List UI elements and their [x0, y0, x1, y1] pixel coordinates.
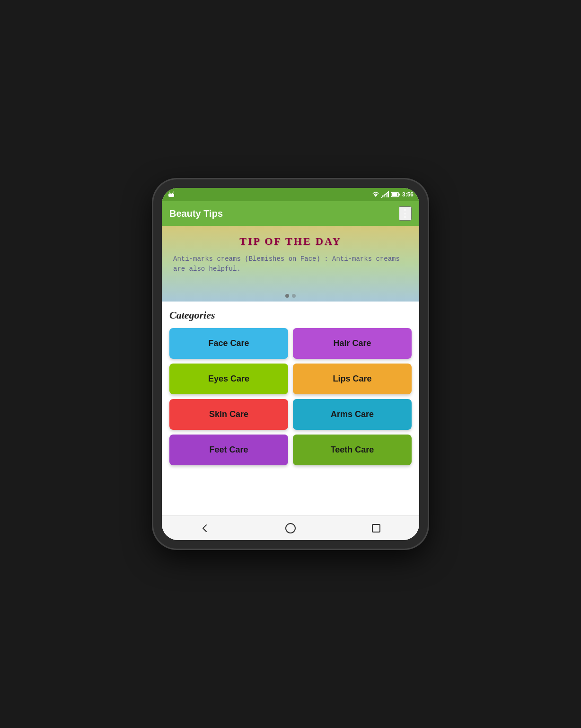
- menu-button[interactable]: ⋮: [399, 206, 412, 221]
- dot-2: [292, 294, 296, 298]
- app-title: Beauty Tips: [169, 208, 223, 219]
- app-bar: Beauty Tips ⋮: [162, 201, 419, 226]
- svg-line-3: [169, 192, 170, 193]
- signal-icon: [381, 191, 389, 198]
- battery-icon: [391, 192, 400, 197]
- skin-care-button[interactable]: Skin Care: [169, 399, 288, 430]
- back-icon: [200, 523, 210, 533]
- recents-icon: [372, 524, 380, 533]
- home-icon: [285, 523, 296, 533]
- hair-care-button[interactable]: Hair Care: [293, 328, 412, 359]
- eyes-care-button[interactable]: Eyes Care: [169, 364, 288, 394]
- status-left: [167, 191, 175, 198]
- home-button[interactable]: [280, 518, 301, 539]
- back-button[interactable]: [194, 518, 215, 539]
- phone-device: 3:56 Beauty Tips ⋮ TIP OF THE DAY Anti-m…: [153, 179, 428, 549]
- svg-rect-13: [392, 193, 397, 196]
- teeth-care-button[interactable]: Teeth Care: [293, 435, 412, 465]
- categories-title: Categories: [169, 309, 412, 321]
- tip-of-day-text: Anti-marks creams (Blemishes on Face) : …: [173, 254, 408, 274]
- wifi-icon: [372, 191, 379, 198]
- svg-line-4: [173, 192, 174, 193]
- dot-1: [285, 294, 289, 298]
- status-right: 3:56: [372, 191, 414, 198]
- arms-care-button[interactable]: Arms Care: [293, 399, 412, 430]
- svg-rect-2: [168, 194, 174, 197]
- face-care-button[interactable]: Face Care: [169, 328, 288, 359]
- navigation-bar: [162, 515, 419, 540]
- tip-banner: TIP OF THE DAY Anti-marks creams (Blemis…: [162, 226, 419, 302]
- android-icon: [167, 191, 175, 198]
- lips-care-button[interactable]: Lips Care: [293, 364, 412, 394]
- categories-grid: Face Care Hair Care Eyes Care Lips Care …: [169, 328, 412, 465]
- feet-care-button[interactable]: Feet Care: [169, 435, 288, 465]
- time-display: 3:56: [402, 191, 414, 198]
- recents-button[interactable]: [366, 518, 387, 539]
- status-bar: 3:56: [162, 188, 419, 201]
- tip-of-day-title: TIP OF THE DAY: [173, 235, 408, 248]
- carousel-dots: [285, 294, 296, 298]
- categories-section: Categories Face Care Hair Care Eyes Care…: [162, 302, 419, 515]
- svg-rect-12: [399, 194, 400, 195]
- phone-screen: 3:56 Beauty Tips ⋮ TIP OF THE DAY Anti-m…: [162, 188, 419, 540]
